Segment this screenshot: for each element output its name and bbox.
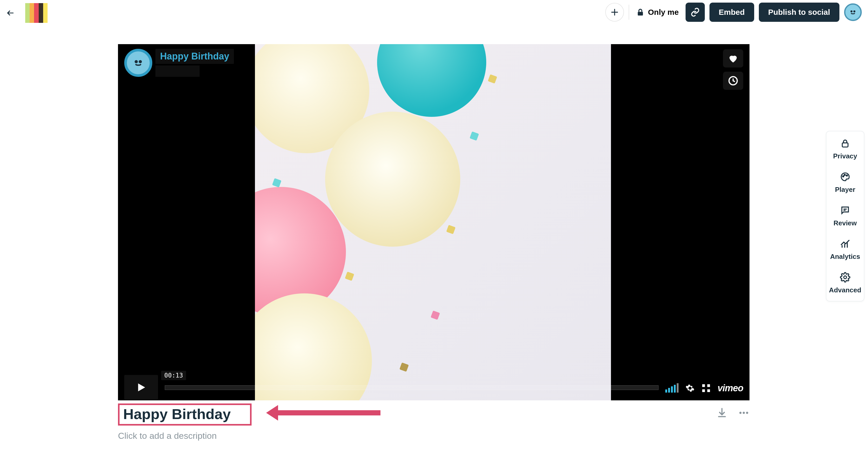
plus-icon [610,8,619,17]
ellipsis-icon [738,407,749,419]
sidebar-item-analytics[interactable]: Analytics [827,239,864,261]
trend-icon [840,239,850,249]
svg-rect-13 [707,389,710,392]
svg-point-20 [844,174,845,175]
timecode: 00:13 [161,371,186,380]
gear-icon [685,384,695,393]
sidebar-item-label: Player [835,186,855,194]
video-player[interactable]: Happy Birthday 00:13 [118,44,749,400]
secondary-controls: vimeo [665,383,743,394]
title-edit-highlight [118,403,252,426]
like-button[interactable] [723,49,743,67]
below-player: Click to add a description [118,403,749,441]
brand-logo[interactable] [21,3,52,23]
svg-rect-10 [702,384,705,387]
download-icon [716,407,728,419]
sidebar-item-label: Advanced [829,286,861,294]
copy-link-button[interactable] [686,3,705,22]
fullscreen-icon [702,384,711,393]
lock-icon [636,8,645,17]
embed-label: Embed [719,8,745,17]
sidebar-item-review[interactable]: Review [827,205,864,227]
palette-icon [840,172,850,182]
user-avatar[interactable] [844,3,862,21]
face-icon [131,56,145,70]
sidebar-item-label: Review [833,219,857,227]
svg-point-27 [844,276,847,279]
play-button[interactable] [124,375,158,400]
svg-rect-11 [707,384,710,387]
heart-icon [728,53,739,64]
video-title-input[interactable] [123,405,245,422]
watch-later-button[interactable] [723,72,743,90]
overlay-actions [723,49,743,90]
link-icon [690,7,700,17]
overlay-owner-name[interactable] [155,65,199,77]
sidebar-item-player[interactable]: Player [827,172,864,194]
svg-point-21 [846,175,847,176]
publish-label: Publish to social [768,8,830,17]
privacy-selector[interactable]: Only me [634,8,681,17]
top-right-controls: Only me Embed Publish to social [605,3,862,22]
gear-icon [840,272,850,283]
svg-rect-18 [842,143,848,147]
svg-point-6 [135,61,137,63]
sidebar-item-advanced[interactable]: Advanced [827,272,864,294]
overlay-video-title[interactable]: Happy Birthday [155,49,234,64]
svg-point-19 [842,176,844,177]
overlay-avatar[interactable] [124,49,152,77]
player-controls: 00:13 vimeo [118,374,749,400]
progress-bar[interactable] [165,385,658,390]
svg-point-5 [854,11,855,12]
top-bar: Only me Embed Publish to social [0,0,868,26]
below-actions [716,407,749,419]
arrow-left-icon [6,9,14,17]
annotation-arrow [277,410,380,416]
embed-button[interactable]: Embed [710,3,754,22]
video-thumbnail [255,44,611,400]
vimeo-watermark[interactable]: vimeo [717,383,743,394]
lock-icon [840,138,850,149]
svg-rect-12 [702,389,705,392]
play-icon [135,382,147,393]
svg-point-15 [739,412,741,414]
back-button[interactable] [5,8,16,18]
svg-rect-3 [638,12,643,15]
svg-point-16 [743,412,745,414]
add-button[interactable] [605,3,624,22]
settings-button[interactable] [685,384,695,393]
settings-sidebar: Privacy Player Review Analytics Advanced [826,131,864,301]
face-icon [848,7,858,17]
fullscreen-button[interactable] [702,384,711,393]
description-placeholder[interactable]: Click to add a description [118,431,749,441]
download-button[interactable] [716,407,728,419]
chat-icon [840,205,850,216]
svg-point-4 [851,11,852,12]
sidebar-item-privacy[interactable]: Privacy [827,138,864,160]
divider [629,5,629,20]
overlay-owner-badge: Happy Birthday [124,49,234,77]
publish-button[interactable]: Publish to social [759,3,839,22]
video-stage: Happy Birthday 00:13 [118,44,749,400]
more-button[interactable] [738,407,749,419]
svg-marker-9 [138,384,145,392]
svg-point-7 [139,61,141,63]
sidebar-item-label: Privacy [833,152,857,160]
clock-icon [728,75,739,86]
volume-control[interactable] [665,384,679,393]
svg-point-17 [746,412,748,414]
sidebar-item-label: Analytics [830,253,860,261]
privacy-label: Only me [648,8,679,17]
